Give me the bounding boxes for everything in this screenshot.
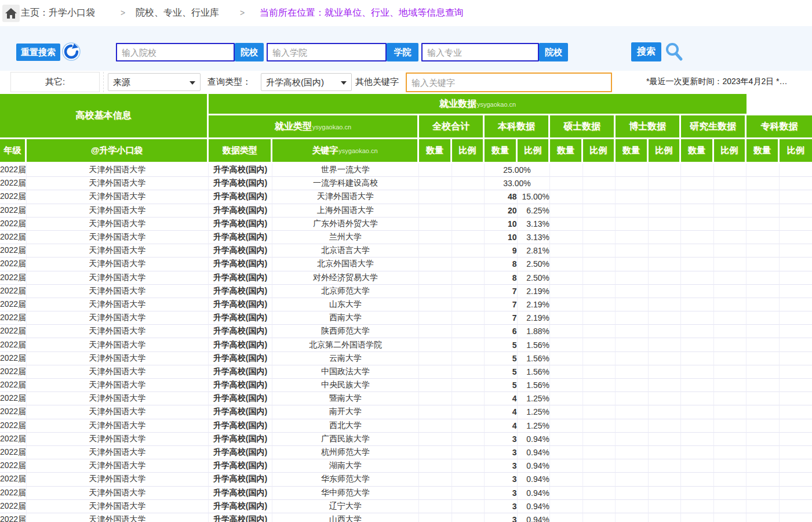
- table-row: 2022届天津外国语大学升学高校(国内)广西民族大学30.94%: [0, 433, 812, 446]
- doctor-ratio-cell: [649, 392, 682, 405]
- data-type-cell: 升学高校(国内): [209, 271, 272, 285]
- doctor-count-cell: [616, 244, 649, 258]
- reset-search-button[interactable]: 重置搜索: [16, 44, 60, 61]
- major-input[interactable]: [421, 43, 539, 61]
- grade-cell: 2022届: [0, 164, 27, 177]
- query-type-select[interactable]: 升学高校(国内): [261, 73, 352, 91]
- grade-cell: 2022届: [0, 190, 27, 204]
- refresh-icon[interactable]: [62, 42, 81, 61]
- grade-cell: 2022届: [0, 392, 27, 405]
- keyword-cell: 中国政法大学: [272, 365, 419, 379]
- bachelor-ratio-cell: 2.50%: [518, 271, 551, 285]
- graduate-ratio-cell: [714, 204, 747, 217]
- major-button[interactable]: 院校: [539, 43, 568, 61]
- master-ratio-cell: [583, 500, 616, 513]
- bachelor-ratio-cell: 15.00%: [518, 190, 551, 204]
- bachelor-count-cell: 3: [485, 513, 518, 522]
- keyword-cell: 西南大学: [272, 311, 419, 325]
- header-ratio: 比例: [714, 139, 747, 164]
- total-ratio-cell: [452, 459, 485, 473]
- keyword-cell: 云南大学: [272, 352, 419, 365]
- breadcrumb-home[interactable]: 主页：升学小口袋: [21, 7, 95, 19]
- master-count-cell: [550, 352, 583, 365]
- bachelor-ratio-cell: 3.13%: [518, 231, 551, 244]
- doctor-count-cell: [616, 433, 649, 446]
- keyword-cell: 广东外语外贸大学: [272, 217, 419, 231]
- master-count-cell: [550, 487, 583, 500]
- master-count-cell: [550, 204, 583, 217]
- doctor-count-cell: [616, 298, 649, 311]
- school-button[interactable]: 学院: [387, 43, 418, 61]
- table-row: 2022届天津外国语大学升学高校(国内)北京师范大学72.19%: [0, 285, 812, 298]
- table-row: 2022届天津外国语大学升学高校(国内)北京第二外国语学院51.56%: [0, 338, 812, 351]
- data-type-cell: 升学高校(国内): [209, 365, 272, 379]
- grade-cell: 2022届: [0, 487, 27, 500]
- header-school: @升学小口袋: [27, 139, 209, 164]
- graduate-ratio-cell: [714, 217, 747, 231]
- keyword-cell: 北京外国语大学: [272, 258, 419, 271]
- school-cell: 天津外国语大学: [27, 298, 209, 311]
- doctor-ratio-cell: [649, 204, 682, 217]
- bachelor-ratio-cell: 0.94%: [518, 487, 551, 500]
- source-select[interactable]: 来源: [108, 73, 201, 91]
- keyword-input[interactable]: [406, 72, 612, 92]
- total-ratio-cell: [452, 419, 485, 433]
- total-count-cell: [419, 513, 452, 522]
- master-ratio-cell: [583, 204, 616, 217]
- master-count-cell: [550, 258, 583, 271]
- grade-cell: 2022届: [0, 311, 27, 325]
- grade-cell: 2022届: [0, 325, 27, 338]
- total-ratio-cell: [452, 325, 485, 338]
- header-ratio: 比例: [518, 139, 551, 164]
- header-employment-data-label: 就业数据: [439, 99, 476, 108]
- associate-ratio-cell: [780, 190, 812, 204]
- associate-ratio-cell: [780, 258, 812, 271]
- school-cell: 天津外国语大学: [27, 271, 209, 285]
- home-icon[interactable]: [2, 5, 20, 22]
- bachelor-count-cell: 7: [485, 285, 518, 298]
- college-input[interactable]: [116, 43, 235, 61]
- grade-cell: 2022届: [0, 285, 27, 298]
- total-count-cell: [419, 433, 452, 446]
- doctor-count-cell: [616, 487, 649, 500]
- keyword-cell: 华东师范大学: [272, 473, 419, 486]
- school-input[interactable]: [267, 43, 387, 61]
- associate-ratio-cell: [780, 487, 812, 500]
- associate-count-cell: [747, 325, 780, 338]
- grade-cell: 2022届: [0, 500, 27, 513]
- grade-cell: 2022届: [0, 204, 27, 217]
- bachelor-count-cell: 5: [485, 338, 518, 351]
- keyword-cell: 山西大学: [272, 513, 419, 522]
- master-count-cell: [550, 365, 583, 379]
- school-cell: 天津外国语大学: [27, 244, 209, 258]
- master-ratio-cell: [583, 338, 616, 351]
- doctor-count-cell: [616, 190, 649, 204]
- graduate-ratio-cell: [714, 433, 747, 446]
- associate-ratio-cell: [780, 405, 812, 419]
- associate-count-cell: [747, 244, 780, 258]
- total-count-cell: [419, 473, 452, 486]
- keyword-cell: 暨南大学: [272, 392, 419, 405]
- doctor-ratio-cell: [649, 513, 682, 522]
- search-button[interactable]: 搜索: [631, 42, 661, 61]
- header-count: 数量: [681, 139, 714, 164]
- total-ratio-cell: [452, 244, 485, 258]
- associate-ratio-cell: [780, 419, 812, 433]
- total-count-cell: [419, 285, 452, 298]
- bachelor-count-cell: 10: [485, 217, 518, 231]
- bachelor-count-cell: 3: [485, 446, 518, 459]
- bachelor-ratio-cell: 1.88%: [518, 325, 551, 338]
- magnifier-icon[interactable]: [664, 42, 684, 61]
- associate-count-cell: [747, 405, 780, 419]
- associate-count-cell: [747, 190, 780, 204]
- graduate-count-cell: [681, 365, 714, 379]
- bachelor-count-cell: 7: [485, 311, 518, 325]
- doctor-ratio-cell: [649, 190, 682, 204]
- bachelor-count-cell: 48: [485, 190, 518, 204]
- college-button[interactable]: 院校: [235, 43, 264, 61]
- master-count-cell: [550, 177, 583, 190]
- master-ratio-cell: [583, 352, 616, 365]
- graduate-ratio-cell: [714, 352, 747, 365]
- total-count-cell: [419, 325, 452, 338]
- breadcrumb-library[interactable]: 院校、专业、行业库: [136, 7, 219, 19]
